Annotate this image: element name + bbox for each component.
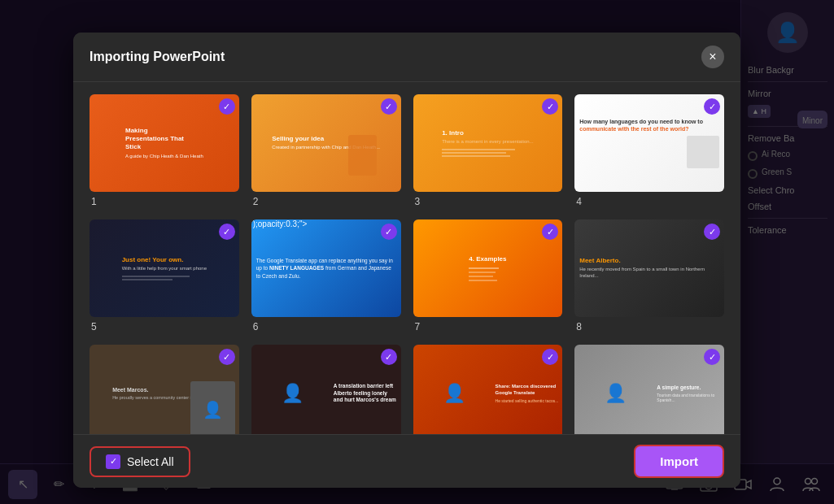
modal-overlay: Importing PowerPoint × MakingPresentatio… — [0, 0, 834, 504]
slide-item-5: Just one! Your own. With a little help f… — [90, 219, 239, 332]
slide-thumb-3[interactable]: 1. Intro There is a moment in every pres… — [413, 94, 563, 192]
slide-item-4: How many languages do you need to know t… — [574, 94, 724, 207]
select-all-label: Select All — [127, 455, 174, 468]
modal-footer: ✓ Select All Import — [73, 434, 740, 488]
slide-number-3: 3 — [413, 196, 563, 207]
slide-check-12: ✓ — [704, 349, 720, 365]
import-modal: Importing PowerPoint × MakingPresentatio… — [73, 33, 740, 488]
slide-thumb-9[interactable]: Meet Marcos. He proudly serves a communi… — [90, 345, 239, 434]
slide-thumb-10[interactable]: 👤 A translation barrier left Alberto fee… — [251, 345, 401, 434]
slide-number-4: 4 — [574, 196, 724, 207]
slide-number-8: 8 — [574, 321, 724, 332]
slide-item-7: 4. Examples ✓ 7 — [413, 219, 563, 332]
slide-thumb-12[interactable]: 👤 A simple gesture. Tourism data and tra… — [574, 345, 724, 434]
slide-check-5: ✓ — [219, 224, 235, 240]
slide-number-7: 7 — [413, 321, 563, 332]
slide-thumb-11[interactable]: 👤 Share: Marcos discovered Google Transl… — [413, 345, 563, 434]
slide-item-12: 👤 A simple gesture. Tourism data and tra… — [574, 345, 724, 434]
slide-number-6: 6 — [251, 321, 401, 332]
slide-thumb-1[interactable]: MakingPresentations ThatStick A guide by… — [90, 94, 239, 192]
slide-thumb-7[interactable]: 4. Examples ✓ — [413, 219, 563, 317]
slide-item-3: 1. Intro There is a moment in every pres… — [413, 94, 563, 207]
slide-check-8: ✓ — [704, 224, 720, 240]
slide-item-11: 👤 Share: Marcos discovered Google Transl… — [413, 345, 563, 434]
slide-thumb-6[interactable]: ');opacity:0.3;"> The Google Translate a… — [251, 219, 401, 317]
slide-item-9: Meet Marcos. He proudly serves a communi… — [90, 345, 239, 434]
select-all-checkbox: ✓ — [106, 454, 120, 469]
slide-number-2: 2 — [251, 196, 401, 207]
slides-grid: MakingPresentations ThatStick A guide by… — [73, 82, 740, 434]
slide-check-10: ✓ — [381, 349, 397, 365]
slide-thumb-4[interactable]: How many languages do you need to know t… — [574, 94, 724, 192]
slide-thumb-8[interactable]: Meet Alberto. He recently moved from Spa… — [574, 219, 724, 317]
slide-check-7: ✓ — [542, 224, 558, 240]
slide-number-1: 1 — [90, 196, 239, 207]
slide-item-2: Selling your idea Created in partnership… — [251, 94, 401, 207]
slide-check-1: ✓ — [219, 98, 235, 115]
slide-check-2: ✓ — [381, 98, 397, 115]
modal-title: Importing PowerPoint — [90, 50, 225, 64]
slide-item-10: 👤 A translation barrier left Alberto fee… — [251, 345, 401, 434]
slide-number-5: 5 — [90, 321, 239, 332]
slide-item-8: Meet Alberto. He recently moved from Spa… — [574, 219, 724, 332]
slide-item-1: MakingPresentations ThatStick A guide by… — [90, 94, 239, 207]
import-button[interactable]: Import — [634, 445, 724, 478]
slide-thumb-2[interactable]: Selling your idea Created in partnership… — [251, 94, 401, 192]
slide-check-3: ✓ — [542, 98, 558, 115]
slide-thumb-5[interactable]: Just one! Your own. With a little help f… — [90, 219, 239, 317]
select-all-button[interactable]: ✓ Select All — [90, 446, 190, 477]
close-button[interactable]: × — [701, 46, 724, 68]
modal-header: Importing PowerPoint × — [73, 33, 740, 82]
slide-check-9: ✓ — [219, 349, 235, 365]
slide-item-6: ');opacity:0.3;"> The Google Translate a… — [251, 219, 401, 332]
slide-check-6: ✓ — [381, 224, 397, 240]
slide-check-4: ✓ — [704, 98, 720, 115]
